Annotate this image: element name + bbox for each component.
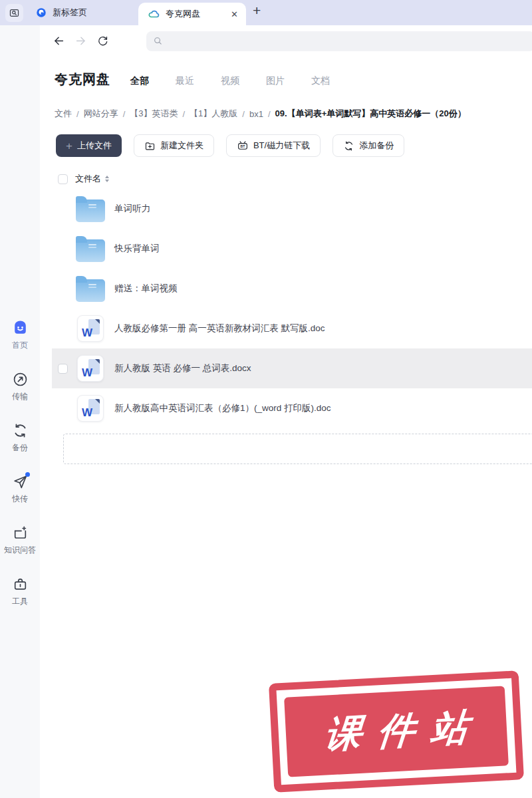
breadcrumb-segment[interactable]: 网站分享 — [84, 108, 118, 120]
breadcrumb-segment[interactable]: 文件 — [55, 108, 72, 120]
breadcrumb-segment[interactable]: bx1 — [249, 109, 263, 119]
cloud-drive-icon — [148, 8, 160, 21]
sidebar-item-label: 首页 — [12, 340, 28, 351]
page-title: 夸克网盘 — [55, 70, 110, 88]
home-cloud-smiley-icon — [11, 319, 29, 336]
sync-circle-icon — [343, 140, 354, 152]
file-list-header: 文件名 — [40, 172, 532, 186]
sidebar-item-tools[interactable]: 工具 — [12, 576, 29, 607]
file-name[interactable]: 赠送：单词视频 — [114, 283, 178, 295]
quick-send-plane-icon — [12, 473, 29, 490]
folder-icon — [76, 239, 105, 262]
word-doc-icon: W — [77, 395, 104, 422]
row-checkbox[interactable] — [58, 364, 68, 374]
sort-toggle-icon[interactable] — [105, 176, 109, 182]
tab-doc[interactable]: 文档 — [311, 75, 330, 87]
sidebar-item-label: 快传 — [12, 493, 28, 505]
tab-label: 夸克网盘 — [166, 8, 225, 20]
file-row-doc[interactable]: W 人教版必修第一册 高一英语新教材词汇表 默写版.doc — [52, 309, 532, 348]
add-backup-label: 添加备份 — [359, 140, 394, 152]
search-icon — [153, 36, 163, 46]
address-search-bar[interactable] — [146, 31, 532, 51]
tab-recent[interactable]: 最近 — [176, 75, 194, 87]
new-folder-label: 新建文件夹 — [160, 140, 203, 152]
tab-all[interactable]: 全部 — [130, 75, 149, 87]
file-name[interactable]: 人教版必修第一册 高一英语新教材词汇表 默写版.doc — [114, 323, 325, 334]
file-name[interactable]: 新人教版高中英语词汇表（必修1）(_word 打印版).doc — [114, 402, 331, 414]
bt-download-label: BT/磁力链下载 — [253, 140, 310, 152]
tab-label: 新标签页 — [53, 7, 87, 19]
forward-button[interactable] — [74, 35, 87, 48]
browser-navbar — [40, 25, 532, 57]
toolbox-icon — [12, 576, 29, 593]
browser-tab-quark-drive[interactable]: 夸克网盘 ✕ — [138, 3, 246, 25]
word-doc-icon: W — [77, 315, 104, 342]
knowledge-qa-box-plus-icon — [12, 525, 29, 541]
title-row: 夸克网盘 全部 最近 视频 图片 文档 — [55, 70, 532, 88]
stamp-text: 课件站 — [307, 702, 486, 761]
breadcrumb-current: 09.【单词表+单词默写】高中英语必修一（20份） — [275, 108, 466, 120]
word-doc-icon: W — [77, 355, 104, 382]
file-name[interactable]: 新人教版 英语 必修一 总词表.docx — [114, 362, 251, 374]
file-row-doc-selected[interactable]: W 新人教版 英语 必修一 总词表.docx — [52, 348, 532, 388]
bt-download-icon: BT — [237, 140, 249, 152]
file-row-doc[interactable]: W 新人教版高中英语词汇表（必修1）(_word 打印版).doc — [52, 388, 532, 428]
file-row-folder[interactable]: 赠送：单词视频 — [52, 269, 532, 309]
sidebar-item-label: 知识问答 — [4, 545, 36, 556]
filter-tabs: 全部 最近 视频 图片 文档 — [130, 75, 330, 87]
sidebar-item-label: 传输 — [12, 391, 28, 402]
search-input[interactable] — [167, 36, 528, 46]
select-all-checkbox[interactable] — [58, 174, 68, 184]
transfer-circle-arrow-icon — [12, 371, 29, 388]
breadcrumb-segment[interactable]: 【1】人教版 — [190, 108, 237, 120]
plus-icon: + — [66, 140, 72, 152]
upload-dropzone[interactable] — [63, 434, 532, 464]
tab-close-icon[interactable]: ✕ — [231, 10, 238, 19]
notification-dot-badge — [25, 472, 30, 477]
sidebar-item-label: 工具 — [12, 596, 28, 607]
tab-image[interactable]: 图片 — [266, 75, 285, 87]
filename-column-header: 文件名 — [75, 173, 101, 185]
sidebar: 首页 传输 备份 — [0, 25, 40, 798]
sidebar-item-quick-send[interactable]: 快传 — [12, 473, 29, 505]
breadcrumb-separator: / — [182, 109, 185, 119]
stamp-watermark: 课件站 — [269, 670, 524, 792]
file-row-folder[interactable]: 单词听力 — [52, 189, 532, 229]
backup-sync-arrows-icon — [12, 422, 29, 439]
back-button[interactable] — [52, 35, 65, 48]
upload-file-label: 上传文件 — [77, 140, 112, 152]
sidebar-item-transfer[interactable]: 传输 — [12, 371, 29, 402]
sidebar-item-home[interactable]: 首页 — [11, 319, 29, 351]
file-list: 单词听力 快乐背单词 赠送：单词视频 W 人教版必修第一册 高一英语新教材词汇表… — [40, 189, 532, 428]
breadcrumb: 文件 / 网站分享 / 【3】英语类 / 【1】人教版 / bx1 / 09.【… — [55, 108, 532, 120]
bt-magnet-download-button[interactable]: BT BT/磁力链下载 — [226, 134, 321, 157]
window-search-icon — [9, 7, 20, 19]
upload-file-button[interactable]: + 上传文件 — [56, 134, 122, 157]
file-row-folder[interactable]: 快乐背单词 — [52, 229, 532, 269]
folder-icon — [76, 200, 105, 222]
folder-icon — [76, 279, 105, 302]
refresh-button[interactable] — [96, 35, 109, 48]
sidebar-item-backup[interactable]: 备份 — [12, 422, 29, 454]
window-search-button[interactable] — [5, 4, 23, 22]
svg-text:BT: BT — [240, 144, 245, 148]
quark-browser-logo-icon — [35, 7, 47, 19]
new-tab-button[interactable]: + — [253, 3, 261, 17]
new-folder-button[interactable]: 新建文件夹 — [134, 134, 214, 157]
action-toolbar: + 上传文件 新建文件夹 BT BT/磁力链下载 — [56, 134, 532, 157]
file-name[interactable]: 快乐背单词 — [114, 243, 160, 255]
sidebar-item-label: 备份 — [12, 442, 28, 454]
folder-plus-icon — [144, 140, 156, 152]
file-name[interactable]: 单词听力 — [114, 203, 150, 215]
breadcrumb-segment[interactable]: 【3】英语类 — [130, 108, 178, 120]
breadcrumb-separator: / — [76, 109, 79, 119]
browser-tab-newtab[interactable]: 新标签页 — [35, 7, 87, 19]
breadcrumb-separator: / — [242, 109, 245, 119]
sidebar-item-knowledge-qa[interactable]: 知识问答 — [4, 525, 36, 556]
add-backup-button[interactable]: 添加备份 — [332, 134, 404, 157]
tab-video[interactable]: 视频 — [221, 75, 239, 87]
breadcrumb-separator: / — [268, 109, 271, 119]
breadcrumb-separator: / — [123, 109, 126, 119]
browser-tab-strip: 新标签页 夸克网盘 ✕ + — [0, 0, 532, 25]
